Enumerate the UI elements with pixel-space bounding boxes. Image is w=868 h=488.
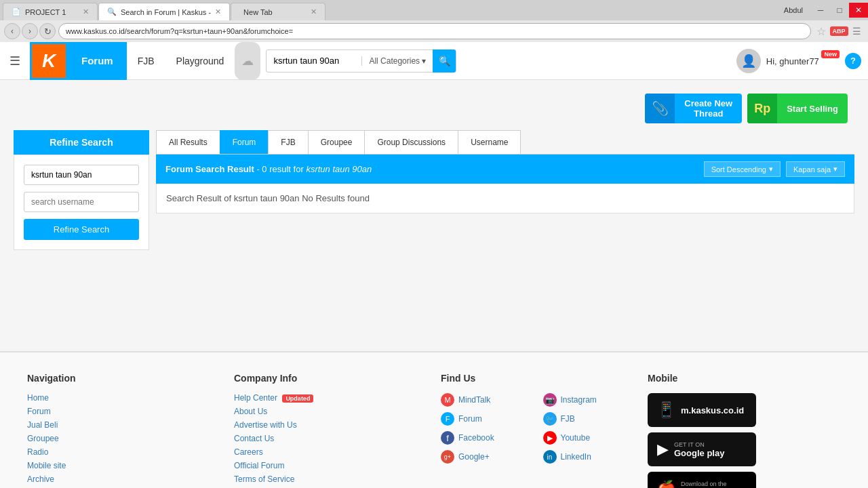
- close-button[interactable]: ✕: [849, 3, 868, 18]
- search-category-dropdown[interactable]: All Categories ▾: [361, 56, 433, 66]
- find-youtube[interactable]: ▶ Youtube: [543, 431, 635, 445]
- tab-3-close[interactable]: ✕: [311, 7, 317, 16]
- start-selling-label: Start Selling: [777, 104, 848, 114]
- refine-title: Refine Search: [14, 130, 149, 155]
- maximize-button[interactable]: □: [830, 3, 849, 18]
- bookmark-star[interactable]: ☆: [814, 24, 829, 39]
- sort-dropdown[interactable]: Sort Descending ▾: [704, 161, 781, 177]
- search-area: All Categories ▾ 🔍: [266, 49, 456, 73]
- find-googleplus[interactable]: g+ Google+: [441, 450, 532, 464]
- refine-button[interactable]: Refine Search: [24, 219, 139, 240]
- footer-find-title: Find Us: [441, 373, 634, 384]
- action-bar: 📎 Create New Thread Rp Start Selling: [0, 80, 868, 130]
- footer-link-archive[interactable]: Archive: [27, 474, 220, 484]
- fjb-icon: 🐦: [543, 412, 557, 426]
- menu-icon: ☰: [852, 26, 861, 37]
- find-instagram[interactable]: 📷 Instagram: [543, 393, 635, 407]
- tab-1-favicon: 📄: [12, 7, 21, 16]
- browser-tab-1[interactable]: 📄 PROJECT 1 ✕: [3, 3, 98, 20]
- content-area: 📎 Create New Thread Rp Start Selling Ref…: [0, 80, 868, 351]
- chrome-menu[interactable]: ☰: [849, 24, 864, 39]
- footer-link-careers[interactable]: Careers: [234, 447, 427, 457]
- refine-body: Refine Search: [14, 155, 149, 250]
- footer-link-contact[interactable]: Contact Us: [234, 434, 427, 443]
- footer-link-radio[interactable]: Radio: [27, 447, 220, 457]
- hamburger-menu[interactable]: ☰: [0, 54, 30, 68]
- browser-toolbar: ‹ › ↻ www.kaskus.co.id/search/forum?q=ks…: [0, 20, 868, 42]
- find-linkedin[interactable]: in LinkedIn: [543, 450, 635, 464]
- footer-link-official-forum[interactable]: Official Forum: [234, 461, 427, 470]
- search-button[interactable]: 🔍: [433, 49, 456, 73]
- results-body: Search Result of ksrtun taun 90an No Res…: [156, 184, 854, 214]
- site-logo[interactable]: K: [30, 42, 68, 80]
- nav-fjb[interactable]: FJB: [127, 42, 165, 80]
- nav-playground[interactable]: Playground: [165, 42, 235, 80]
- footer-link-about[interactable]: About Us: [234, 407, 427, 416]
- footer-link-advertise[interactable]: Advertise with Us: [234, 420, 427, 430]
- find-fjb[interactable]: 🐦 FJB: [543, 412, 635, 426]
- footer-link-mobile-site[interactable]: Mobile site: [27, 461, 220, 470]
- tab-username[interactable]: Username: [458, 130, 521, 154]
- site-header: ☰ K Forum FJB Playground ☁ All Categorie…: [0, 42, 868, 80]
- browser-tab-2[interactable]: 🔍 Search in Forum | Kaskus - ✕: [98, 3, 230, 20]
- app-store-button[interactable]: 🍎 Download on the App Store: [648, 472, 756, 488]
- help-button[interactable]: ?: [845, 53, 861, 69]
- search-input[interactable]: [267, 56, 361, 66]
- footer-link-jual-beli[interactable]: Jual Beli: [27, 420, 220, 430]
- footer-link-groupee[interactable]: Groupee: [27, 434, 220, 443]
- tab-1-close[interactable]: ✕: [83, 7, 89, 16]
- user-label-area: Abdul: [778, 6, 811, 14]
- minimize-button[interactable]: ─: [811, 3, 830, 18]
- footer: Navigation Home Forum Jual Beli Groupee …: [0, 351, 868, 488]
- mobile-site-button[interactable]: 📱 m.kaskus.co.id: [648, 393, 756, 427]
- browser-titlebar: 📄 PROJECT 1 ✕ 🔍 Search in Forum | Kaskus…: [0, 0, 868, 20]
- tab-forum[interactable]: Forum: [220, 130, 269, 154]
- nav-cloud[interactable]: ☁: [235, 42, 260, 80]
- google-play-text: GET IT ON Google play: [674, 441, 724, 458]
- abp-extension[interactable]: ABP: [831, 24, 846, 39]
- find-forum[interactable]: F Forum: [441, 412, 532, 426]
- footer-link-help-center[interactable]: Help Center Updated: [234, 393, 427, 403]
- time-filter-dropdown[interactable]: Kapan saja ▾: [786, 161, 845, 177]
- browser-tab-3[interactable]: New Tab ✕: [231, 3, 326, 20]
- new-badge: New: [821, 50, 840, 58]
- search-keyword: ksrtun taun 90an: [306, 164, 372, 174]
- browser-user-label: Abdul: [778, 6, 808, 14]
- refresh-button[interactable]: ↻: [39, 23, 56, 39]
- footer-link-terms[interactable]: Terms of Service: [234, 474, 427, 484]
- tab-groupee[interactable]: Groupee: [308, 130, 366, 154]
- results-area: All Results Forum FJB Groupee Group Disc…: [156, 130, 854, 250]
- abp-icon: ABP: [830, 26, 848, 36]
- tab-all-results[interactable]: All Results: [156, 130, 220, 154]
- footer-link-home[interactable]: Home: [27, 393, 220, 403]
- tab-group-discussions[interactable]: Group Discussions: [364, 130, 458, 154]
- back-button[interactable]: ‹: [4, 23, 20, 39]
- tab-2-favicon: 🔍: [107, 7, 117, 16]
- mobile-icon: 📱: [657, 401, 675, 419]
- google-play-button[interactable]: ▶ GET IT ON Google play: [648, 432, 756, 466]
- nav-forum[interactable]: Forum: [68, 42, 127, 80]
- create-thread-button[interactable]: 📎 Create New Thread: [645, 94, 742, 123]
- user-greeting: Hi, ghunter77 New: [766, 54, 840, 66]
- refine-search-input[interactable]: [24, 165, 139, 185]
- browser-tabs-area: 📄 PROJECT 1 ✕ 🔍 Search in Forum | Kaskus…: [0, 0, 778, 20]
- window-controls: ─ □ ✕: [811, 3, 868, 18]
- address-bar[interactable]: www.kaskus.co.id/search/forum?q=ksrtun+t…: [58, 23, 811, 39]
- address-text: www.kaskus.co.id/search/forum?q=ksrtun+t…: [66, 27, 293, 35]
- tab-fjb[interactable]: FJB: [268, 130, 308, 154]
- main-section: Refine Search Refine Search All Results …: [0, 130, 868, 264]
- footer-link-forum[interactable]: Forum: [27, 407, 220, 416]
- find-mindtalk[interactable]: M MindTalk: [441, 393, 532, 407]
- start-selling-icon: Rp: [747, 94, 777, 123]
- start-selling-button[interactable]: Rp Start Selling: [747, 94, 848, 123]
- create-thread-label: Create New Thread: [675, 98, 742, 119]
- mindtalk-icon: M: [441, 393, 454, 407]
- tab-2-close[interactable]: ✕: [215, 7, 221, 16]
- tab-1-label: PROJECT 1: [25, 8, 66, 16]
- refine-username-input[interactable]: [24, 192, 139, 212]
- find-facebook[interactable]: f Facebook: [441, 431, 532, 445]
- apple-icon: 🍎: [657, 480, 675, 488]
- updated-badge: Updated: [282, 394, 313, 403]
- forward-button[interactable]: ›: [22, 23, 38, 39]
- tab-3-label: New Tab: [243, 8, 273, 16]
